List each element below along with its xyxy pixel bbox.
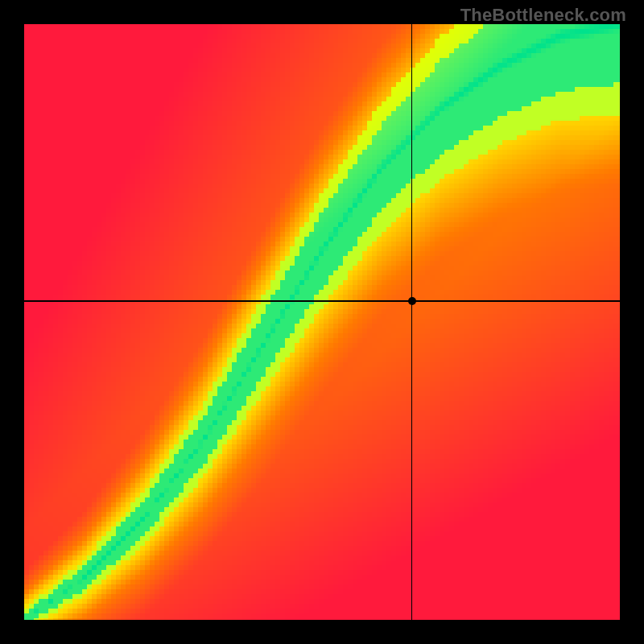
watermark-text: TheBottleneck.com [460,5,626,26]
crosshair-vertical [411,24,413,620]
plot-area [24,24,620,620]
crosshair-horizontal [24,300,620,302]
heatmap-canvas [24,24,620,620]
chart-frame: TheBottleneck.com [0,0,644,644]
marker-dot [408,297,416,305]
